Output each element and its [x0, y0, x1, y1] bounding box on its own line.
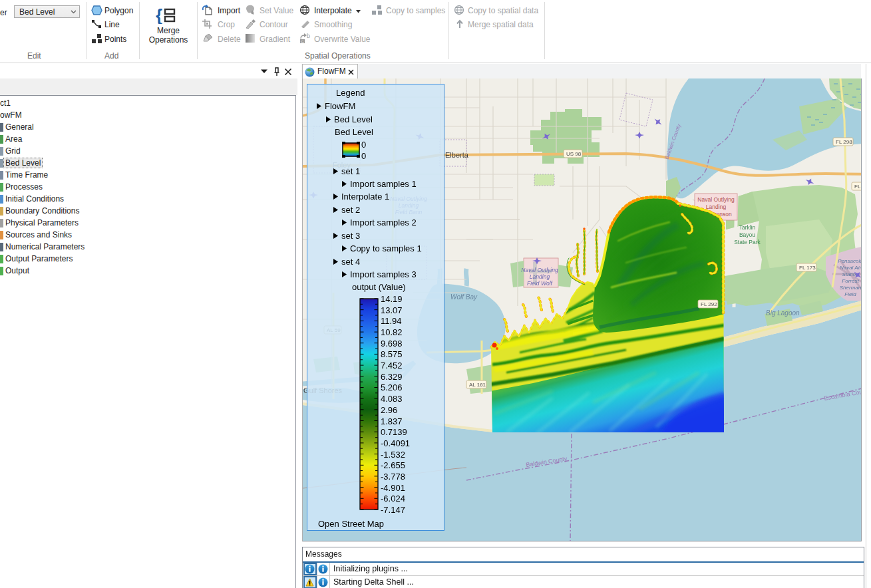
svg-text:Naval Outlying: Naval Outlying	[521, 267, 558, 273]
svg-text:Tarklin: Tarklin	[739, 224, 756, 231]
svg-text:US 98: US 98	[566, 151, 582, 157]
svg-text:Elberta: Elberta	[445, 151, 469, 159]
svg-text:Field: Field	[844, 291, 856, 297]
svg-text:Field Wolf: Field Wolf	[527, 280, 553, 287]
svg-text:Naval Air: Naval Air	[840, 265, 861, 271]
svg-text:Sherman: Sherman	[840, 285, 861, 291]
svg-text:State Park: State Park	[734, 239, 761, 245]
svg-text:Naval Outlying: Naval Outlying	[697, 196, 735, 203]
svg-text:Landing: Landing	[530, 273, 550, 280]
svg-text:FL 173: FL 173	[799, 265, 816, 271]
svg-text:AL 161: AL 161	[469, 382, 486, 388]
svg-text:Forrest: Forrest	[842, 278, 859, 284]
svg-text:Bayou: Bayou	[739, 231, 755, 238]
svg-text:Big Lagoon: Big Lagoon	[766, 309, 800, 317]
svg-text:{: {	[156, 8, 162, 24]
svg-text:FL 298: FL 298	[836, 139, 852, 145]
svg-text:Pensacola: Pensacola	[838, 258, 861, 264]
svg-text:FL 727: FL 727	[854, 184, 861, 190]
svg-text:FL 292: FL 292	[701, 301, 717, 307]
svg-text:Wolf Bay: Wolf Bay	[450, 293, 478, 301]
svg-text:b: b	[307, 33, 310, 39]
svg-text:Landing: Landing	[706, 204, 727, 210]
svg-text:G: G	[301, 40, 304, 44]
